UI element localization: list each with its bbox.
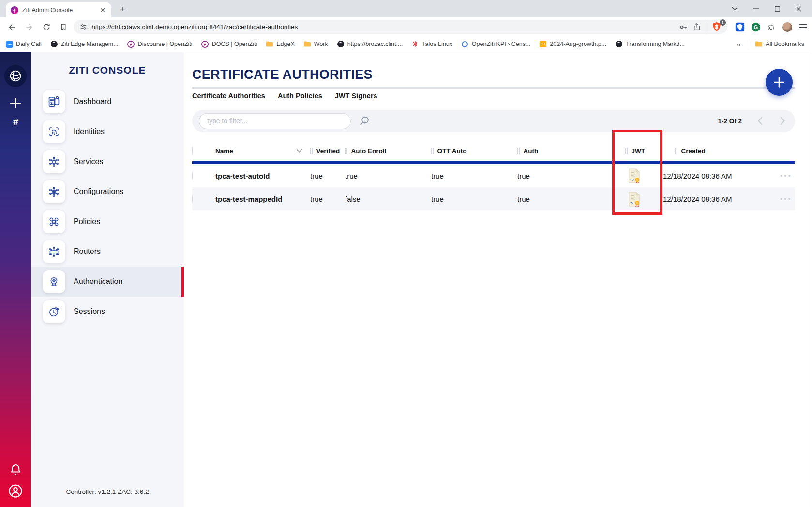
- bookmark-work[interactable]: Work: [303, 40, 328, 48]
- folder-icon: [303, 40, 311, 48]
- column-header-name[interactable]: Name: [215, 148, 310, 155]
- prev-page-icon[interactable]: [755, 117, 765, 125]
- bookmark-talos[interactable]: Talos Linux: [411, 40, 452, 48]
- bookmarks-overflow-icon[interactable]: »: [737, 40, 741, 48]
- next-page-icon[interactable]: [778, 117, 787, 125]
- bookmark-edgex[interactable]: EdgeX: [266, 40, 295, 48]
- ca-name[interactable]: tpca-test-autoId: [215, 172, 310, 180]
- browser-tab[interactable]: Ziti Admin Console ✕: [6, 2, 111, 17]
- main-content: CERTIFICATE AUTHORITIES Certificate Auth…: [184, 52, 812, 507]
- tab-auth-policies[interactable]: Auth Policies: [278, 92, 322, 100]
- bookmark-growth-slides[interactable]: 2024-Aug-growth.p...: [539, 40, 606, 48]
- bookmark-ziti-edge[interactable]: Ziti Edge Managem...: [50, 40, 119, 48]
- column-header-jwt[interactable]: JWT: [615, 148, 663, 155]
- app-rail: #: [0, 52, 31, 507]
- column-header-auth[interactable]: Auth: [517, 148, 615, 155]
- tab-strip: Ziti Admin Console ✕ +: [0, 0, 812, 17]
- ca-verified: true: [310, 195, 345, 203]
- bookmark-brozac[interactable]: https://brozac.clint....: [337, 40, 403, 48]
- sidebar-item-routers[interactable]: Routers: [31, 237, 184, 267]
- sidebar-item-label: Authentication: [74, 277, 122, 286]
- column-header-verified[interactable]: Verified: [310, 148, 345, 155]
- column-header-created[interactable]: Created: [663, 148, 773, 155]
- bookmark-daily-call[interactable]: zm Daily Call: [6, 41, 42, 48]
- extensions-puzzle-icon[interactable]: [767, 22, 776, 31]
- bitwarden-icon[interactable]: [735, 22, 745, 32]
- ca-ott-auto: true: [431, 172, 517, 180]
- reload-icon[interactable]: [39, 20, 54, 34]
- share-icon[interactable]: [692, 22, 702, 31]
- sidebar-item-sessions[interactable]: Sessions: [31, 297, 184, 327]
- search-icon[interactable]: [359, 115, 370, 127]
- divider: [192, 87, 795, 89]
- new-tab-button[interactable]: +: [116, 4, 129, 15]
- forward-icon[interactable]: [22, 20, 37, 34]
- back-icon[interactable]: [5, 20, 19, 34]
- sidebar-nav: Dashboard Identiti: [31, 87, 184, 327]
- column-header-ott-auto[interactable]: OTT Auto: [431, 148, 517, 155]
- jwt-certificate-icon[interactable]: [615, 191, 641, 207]
- bookmark-icon[interactable]: [57, 20, 71, 34]
- brave-shield-icon[interactable]: 1: [712, 22, 722, 32]
- row-actions-button[interactable]: ●●●: [780, 173, 792, 178]
- tab-search-icon[interactable]: [724, 0, 745, 17]
- bookmarks-bar: zm Daily Call Ziti Edge Managem... Disco…: [0, 36, 812, 52]
- site-settings-icon[interactable]: [79, 23, 88, 31]
- ca-name[interactable]: tpca-test-mappedId: [215, 195, 310, 203]
- pagination: 1-2 Of 2: [718, 117, 787, 125]
- tab-certificate-authorities[interactable]: Certificate Authorities: [192, 92, 265, 100]
- scrollbar-track: [810, 52, 810, 507]
- url-text[interactable]: https://ctrl.cdaws.clint.demo.openziti.o…: [91, 23, 675, 30]
- svg-text:G: G: [754, 24, 758, 30]
- user-account-icon[interactable]: [8, 484, 23, 498]
- profile-avatar[interactable]: [782, 22, 792, 32]
- tab-close-icon[interactable]: ✕: [98, 6, 107, 14]
- browser-toolbar: https://ctrl.cdaws.clint.demo.openziti.o…: [0, 17, 812, 36]
- globe-dark-icon: [615, 40, 623, 48]
- row-checkbox[interactable]: [192, 194, 193, 204]
- row-checkbox[interactable]: [192, 171, 193, 180]
- browser-menu-icon[interactable]: [798, 23, 807, 31]
- row-actions-button[interactable]: ●●●: [780, 196, 792, 201]
- bookmark-discourse[interactable]: Discourse | OpenZiti: [127, 40, 193, 48]
- close-button[interactable]: [788, 0, 809, 17]
- jwt-certificate-icon[interactable]: [615, 168, 641, 184]
- sidebar-item-identities[interactable]: Identities: [31, 117, 184, 147]
- minimize-button[interactable]: [745, 0, 767, 17]
- bookmark-openziti-kpi[interactable]: OpenZiti KPI › Cens...: [461, 40, 531, 48]
- maximize-button[interactable]: [767, 0, 788, 17]
- ca-auto-enroll: false: [345, 195, 431, 203]
- sidebar-item-authentication[interactable]: Authentication: [31, 267, 184, 297]
- sidebar-item-dashboard[interactable]: Dashboard: [31, 87, 184, 117]
- select-all-checkbox[interactable]: [192, 146, 193, 155]
- ca-auth: true: [517, 172, 615, 180]
- fingerprint-icon: [43, 120, 65, 143]
- add-certificate-authority-button[interactable]: [766, 69, 793, 96]
- table-row[interactable]: tpca-test-mappedId true false true true: [192, 187, 795, 210]
- network-icon: [43, 150, 65, 173]
- bookmark-docs-openziti[interactable]: DOCS | OpenZiti: [201, 40, 257, 48]
- hash-icon[interactable]: #: [13, 116, 18, 128]
- ziti-logo-icon[interactable]: [4, 65, 27, 87]
- add-icon[interactable]: [9, 97, 22, 109]
- password-key-icon[interactable]: [679, 22, 689, 32]
- tab-jwt-signers[interactable]: JWT Signers: [335, 92, 377, 100]
- filter-input[interactable]: [199, 113, 351, 129]
- table-row[interactable]: tpca-test-autoId true true true true: [192, 164, 795, 187]
- notifications-bell-icon[interactable]: [9, 463, 22, 476]
- tab-title: Ziti Admin Console: [22, 7, 94, 14]
- sidebar-item-label: Sessions: [74, 307, 105, 316]
- sort-chevron-icon[interactable]: [296, 149, 302, 153]
- folder-icon: [266, 40, 273, 48]
- bookmark-transforming[interactable]: Transforming Markd...: [615, 40, 685, 48]
- address-bar[interactable]: https://ctrl.cdaws.clint.demo.openziti.o…: [74, 20, 727, 34]
- sidebar-item-label: Services: [74, 157, 103, 166]
- sidebar-item-configurations[interactable]: Configurations: [31, 177, 184, 207]
- all-bookmarks-button[interactable]: All Bookmarks: [755, 40, 804, 48]
- column-header-auto-enroll[interactable]: Auto Enroll: [345, 148, 431, 155]
- sidebar-item-policies[interactable]: Policies: [31, 207, 184, 237]
- sidebar-item-services[interactable]: Services: [31, 147, 184, 177]
- grammarly-icon[interactable]: G: [751, 22, 761, 32]
- version-info: Controller: v1.2.1 ZAC: 3.6.2: [31, 488, 184, 495]
- page-title: CERTIFICATE AUTHORITIES: [192, 67, 795, 82]
